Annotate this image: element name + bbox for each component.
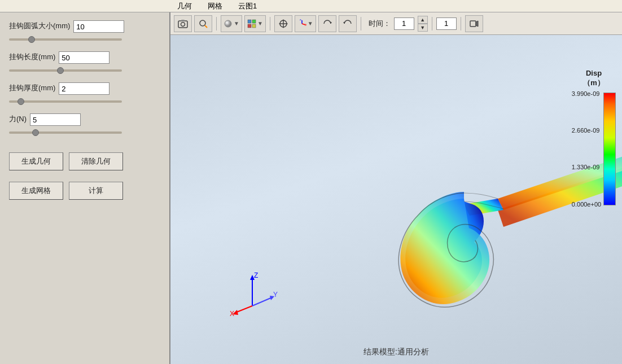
menu-bar: 几何 网格 云图1 [0, 0, 622, 12]
time-value-input[interactable] [394, 17, 414, 30]
record-button[interactable] [465, 15, 483, 32]
thickness-input[interactable] [59, 82, 109, 95]
coordinate-axes: Z Y X [227, 272, 278, 319]
force-label: 力(N) [9, 114, 27, 124]
material-dropdown[interactable]: ▼ [244, 15, 266, 32]
main-area: 挂钩圆弧大小(mm) 挂钩长度(mm) 挂钩厚度(mm) [0, 12, 622, 364]
force-slider[interactable] [9, 131, 122, 134]
force-input[interactable] [30, 113, 81, 126]
menu-mesh[interactable]: 网格 [205, 1, 225, 11]
clear-geo-button[interactable]: 清除几何 [69, 152, 123, 170]
time-label: 时间： [369, 19, 391, 29]
svg-point-5 [225, 20, 231, 27]
svg-rect-6 [248, 20, 251, 23]
toolbar: ▼ ▼ [170, 12, 622, 35]
gen-geo-button[interactable]: 生成几何 [9, 152, 63, 170]
legend-bar [603, 93, 616, 205]
time-down-button[interactable]: ▼ [418, 24, 428, 32]
arc-input[interactable] [73, 20, 124, 33]
color-legend: Disp （m） 3.990e-09 2.660e-09 1.330e-09 0… [577, 69, 611, 208]
calc-button[interactable]: 计算 [69, 182, 123, 200]
time-step-input[interactable] [436, 17, 457, 30]
rotate-button[interactable] [318, 15, 336, 32]
thickness-slider[interactable] [9, 100, 122, 103]
svg-line-32 [252, 297, 272, 306]
button-row-2: 生成网格 计算 [9, 182, 160, 200]
svg-rect-2 [181, 20, 185, 21]
thickness-label: 挂钩厚度(mm) [9, 83, 55, 93]
length-label: 挂钩长度(mm) [9, 52, 55, 62]
svg-text:X: X [230, 310, 234, 317]
viewport[interactable]: Z Y X 结果模型:通用分析 Disp （m） [170, 35, 622, 364]
svg-rect-23 [470, 21, 476, 27]
arc-slider[interactable] [9, 38, 122, 41]
button-row-1: 生成几何 清除几何 [9, 152, 160, 170]
arc-label: 挂钩圆弧大小(mm) [9, 21, 70, 31]
sep5 [461, 17, 461, 30]
sep4 [432, 17, 432, 30]
svg-line-4 [205, 25, 207, 28]
length-input[interactable] [59, 51, 109, 64]
shading-dropdown[interactable]: ▼ [221, 15, 242, 32]
menu-geometry[interactable]: 几何 [175, 1, 194, 11]
legend-title: Disp （m） [583, 69, 605, 88]
svg-rect-7 [252, 20, 256, 23]
right-panel: ▼ ▼ [169, 12, 622, 364]
svg-text:Z: Z [300, 19, 302, 21]
left-panel: 挂钩圆弧大小(mm) 挂钩长度(mm) 挂钩厚度(mm) [0, 12, 169, 364]
svg-point-3 [200, 20, 205, 26]
svg-rect-8 [248, 24, 251, 28]
legend-val-mid-high: 2.660e-09 [572, 127, 601, 134]
svg-rect-9 [252, 24, 256, 28]
svg-text:Z: Z [254, 272, 258, 279]
axis-dropdown[interactable]: Z X ▼ [295, 15, 316, 32]
camera-button[interactable] [174, 15, 192, 32]
param-length: 挂钩长度(mm) [9, 51, 160, 79]
svg-marker-21 [330, 22, 332, 24]
legend-val-max: 3.990e-09 [572, 90, 601, 97]
sep2 [270, 17, 270, 30]
zoom-button[interactable] [194, 15, 212, 32]
gen-mesh-button[interactable]: 生成网格 [9, 182, 63, 200]
param-arc: 挂钩圆弧大小(mm) [9, 20, 160, 48]
time-up-button[interactable]: ▲ [418, 16, 428, 24]
legend-val-mid-low: 1.330e-09 [572, 164, 601, 170]
sep3 [361, 17, 361, 30]
svg-marker-24 [476, 21, 478, 27]
undo-button[interactable] [339, 15, 357, 32]
status-label: 结果模型:通用分析 [363, 347, 429, 357]
svg-marker-22 [343, 22, 345, 24]
menu-cloud[interactable]: 云图1 [236, 1, 259, 11]
legend-val-min: 0.000e+00 [572, 201, 601, 208]
pan-button[interactable] [274, 15, 292, 32]
length-slider[interactable] [9, 69, 122, 72]
svg-line-35 [235, 306, 252, 313]
param-force: 力(N) [9, 113, 160, 141]
sep1 [216, 17, 217, 30]
svg-text:Y: Y [273, 291, 278, 299]
param-thickness: 挂钩厚度(mm) [9, 82, 160, 110]
svg-text:X: X [305, 23, 306, 27]
